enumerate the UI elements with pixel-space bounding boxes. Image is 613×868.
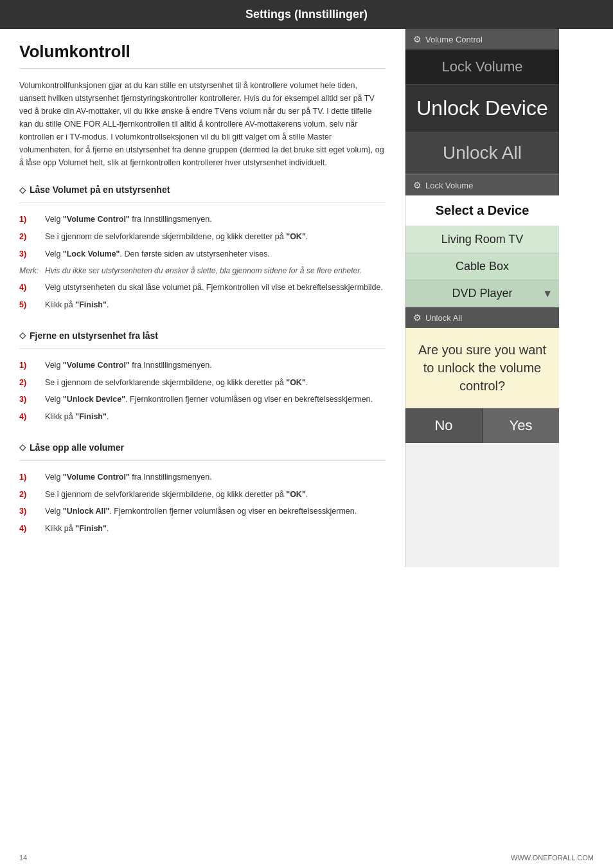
step-item-note: Merk: Hvis du ikke ser utstyrsenheten du… [19,265,386,276]
step-text: Se i gjennom de selvforklarende skjermbi… [45,489,386,501]
section2-steps: 1) Velg "Volume Control" fra Innstilling… [19,359,386,423]
step-item: 1) Velg "Volume Control" fra Innstilling… [19,359,386,372]
step-num: 5) [19,299,45,311]
step-num: 4) [19,523,45,535]
panel-header-1-label: Volume Control [425,35,483,44]
step-text: Velg "Volume Control" fra Innstillingsme… [45,471,386,484]
section2-title: Fjerne en utstyrsenhet fra låst [19,330,386,341]
step-text: Velg "Unlock All". Fjernkontrollen fjern… [45,505,386,518]
panel-select-device: Select a Device [405,195,559,226]
section-unlock-all: Låse opp alle volumer 1) Velg "Volume Co… [19,442,386,535]
no-button[interactable]: No [405,408,483,443]
page-header: Settings (Innstillinger) [0,0,613,29]
step-text: Velg "Volume Control" fra Innstillingsme… [45,213,386,226]
intro-paragraph: Volumkontrollfunksjonen gjør at du kan s… [19,79,386,169]
panel-header-3-label: Unlock All [425,313,462,323]
panel-lock-volume[interactable]: Lock Volume [405,50,559,85]
section3-divider [19,460,386,461]
step-text: Klikk på "Finish". [45,299,386,311]
section1-title: Låse Volumet på en utstyrsenhet [19,185,386,195]
step-item: 2) Se i gjennom de selvforklarende skjer… [19,377,386,389]
text-area: Volumkontroll Volumkontrollfunksjonen gj… [0,29,405,567]
panel-confirm-buttons: No Yes [405,408,559,443]
step-num: 4) [19,282,45,294]
section1-steps: 1) Velg "Volume Control" fra Innstilling… [19,213,386,311]
section-unlock-device: Fjerne en utstyrsenhet fra låst 1) Velg … [19,330,386,423]
step-item: 3) Velg "Lock Volume". Den første siden … [19,248,386,260]
website: WWW.ONEFORALL.COM [511,854,594,862]
panel-header-2: ⚙ Lock Volume [405,175,559,195]
step-num: 3) [19,393,45,406]
gear-icon-2: ⚙ [413,180,422,190]
section2-divider [19,348,386,349]
step-item: 3) Velg "Unlock All". Fjernkontrollen fj… [19,505,386,518]
yes-button[interactable]: Yes [483,408,559,443]
step-num: 1) [19,213,45,226]
scroll-down-arrow: ▼ [542,288,553,300]
step-item: 5) Klikk på "Finish". [19,299,386,311]
header-title: Settings (Innstillinger) [245,8,368,21]
step-num: 4) [19,411,45,423]
step-text-note: Hvis du ikke ser utstyrsenheten du ønske… [45,265,386,276]
section-lock-volume: Låse Volumet på en utstyrsenhet 1) Velg … [19,185,386,311]
panel-device-dvd-player[interactable]: DVD Player ▼ [405,280,559,307]
step-text: Velg "Unlock Device". Fjernkontrollen fj… [45,393,386,406]
gear-icon-3: ⚙ [413,312,422,323]
step-num: 3) [19,248,45,260]
step-item: 4) Klikk på "Finish". [19,411,386,423]
step-text: Se i gjennom de selvforklarende skjermbi… [45,231,386,243]
panel-unlock-all-top[interactable]: Unlock All [405,132,559,175]
panel-confirm-message: Are you sure you want to unlock the volu… [405,328,559,408]
gear-icon: ⚙ [413,34,422,44]
step-num-note: Merk: [19,265,45,276]
step-text: Velg "Lock Volume". Den første siden av … [45,248,386,260]
step-item: 1) Velg "Volume Control" fra Innstilling… [19,471,386,484]
panel-device-living-room[interactable]: Living Room TV [405,226,559,253]
step-num: 2) [19,231,45,243]
section3-steps: 1) Velg "Volume Control" fra Innstilling… [19,471,386,535]
panel-device-cable-box[interactable]: Cable Box [405,253,559,280]
panel-unlock-device[interactable]: Unlock Device [405,85,559,132]
page-footer: 14 WWW.ONEFORALL.COM [19,854,594,862]
panel-header-1: ⚙ Volume Control [405,29,559,50]
section3-title: Låse opp alle volumer [19,442,386,453]
step-text: Velg "Volume Control" fra Innstillingsme… [45,359,386,372]
step-item: 4) Klikk på "Finish". [19,523,386,535]
section1-divider [19,203,386,203]
step-num: 1) [19,471,45,484]
panel-header-2-label: Lock Volume [425,181,473,190]
panel-header-3: ⚙ Unlock All [405,307,559,328]
step-item: 4) Velg utstyrsenheten du skal låse volu… [19,282,386,294]
step-text: Klikk på "Finish". [45,411,386,423]
panel-device-dvd-label: DVD Player [452,287,512,300]
main-content: Volumkontroll Volumkontrollfunksjonen gj… [0,29,613,567]
step-item: 1) Velg "Volume Control" fra Innstilling… [19,213,386,226]
step-text: Klikk på "Finish". [45,523,386,535]
step-text: Velg utstyrsenheten du skal låse volumet… [45,282,386,294]
step-num: 2) [19,377,45,389]
page-number: 14 [19,854,27,862]
step-item: 2) Se i gjennom de selvforklarende skjer… [19,231,386,243]
step-num: 3) [19,505,45,518]
step-num: 2) [19,489,45,501]
step-item: 2) Se i gjennom de selvforklarende skjer… [19,489,386,501]
ui-panel: ⚙ Volume Control Lock Volume Unlock Devi… [405,29,559,567]
page-title: Volumkontroll [19,42,386,69]
step-num: 1) [19,359,45,372]
step-text: Se i gjennom de selvforklarende skjermbi… [45,377,386,389]
step-item: 3) Velg "Unlock Device". Fjernkontrollen… [19,393,386,406]
